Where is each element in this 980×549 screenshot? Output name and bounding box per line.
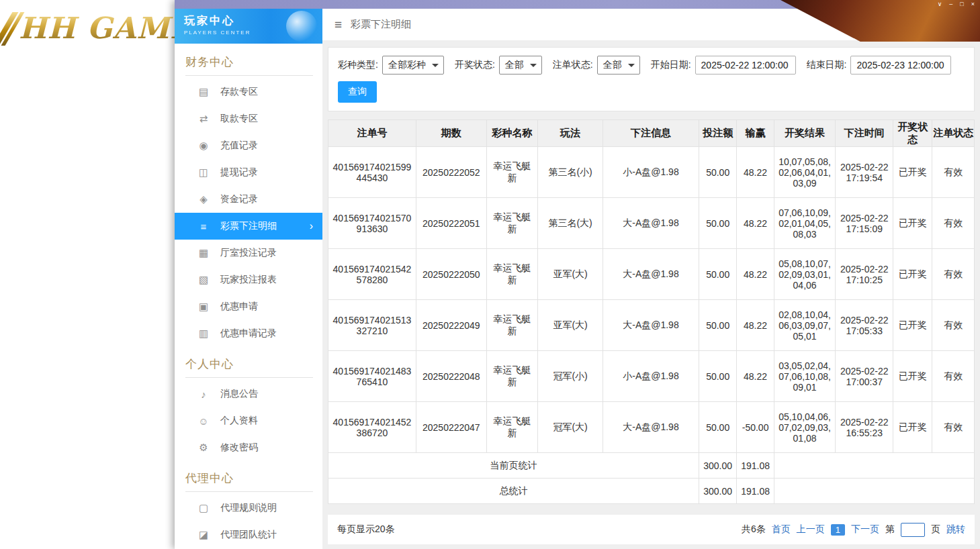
promo-apply-icon: ▣ [197,301,210,313]
pagination-bar: 每页显示20条 共6条 首页 上一页 1 下一页 第 页 跳转 [328,515,975,544]
sidebar-item[interactable]: ▢代理规则说明 [175,495,322,521]
cell-bet_info: 大-A盘@1.98 [603,249,699,300]
bets-table: 注单号期数彩种名称玩法下注信息投注额输赢开奖结果下注时间开奖状态注单状态 401… [328,119,975,504]
cell-play: 第三名(小) [538,147,603,198]
table-row: 40156917402145238672020250222047幸运飞艇新冠军(… [328,402,975,453]
minimize-icon[interactable]: – [949,1,952,7]
cell-lottery: 幸运飞艇新 [486,300,538,351]
sidebar-item[interactable]: ▦厅室投注记录 [175,240,322,266]
draw-status-select[interactable]: 全部 [499,56,542,74]
summary-winloss: 191.08 [737,453,774,479]
bell-icon: ♪ [197,389,210,400]
table-row: 40156917402151332721020250222049幸运飞艇新亚军(… [328,300,975,351]
gear-icon: ⚙ [197,442,210,454]
sidebar-item[interactable]: ▧玩家投注报表 [175,266,322,293]
cell-winloss: -50.00 [737,402,774,453]
cell-order_no: 401569174021513327210 [328,300,416,351]
next-page-link[interactable]: 下一页 [851,523,879,536]
cell-draw_status: 已开奖 [893,198,932,249]
sidebar-subtitle: PLAYERS CENTER [184,30,322,36]
sidebar-item[interactable]: ◫提现记录 [175,159,322,186]
sidebar-item[interactable]: ⚙修改密码 [175,434,322,461]
column-header: 投注额 [699,120,736,147]
cell-time: 2025-02-22 16:55:23 [836,402,893,453]
cell-winloss: 48.22 [737,147,774,198]
cell-order_no: 401569174021570913630 [328,198,416,249]
table-row: 40156917402157091363020250222051幸运飞艇新第三名… [328,198,975,249]
hamburger-icon[interactable]: ≡ [335,17,342,32]
sidebar-item[interactable]: ◪代理团队统计 [175,521,322,548]
cell-amount: 50.00 [699,402,736,453]
cell-draw_status: 已开奖 [893,147,932,198]
lottery-type-label: 彩种类型: [338,59,378,71]
column-header: 彩种名称 [486,120,538,147]
order-status-select[interactable]: 全部 [597,56,640,74]
sidebar-item[interactable]: ▣优惠申请 [175,293,322,320]
jump-link[interactable]: 跳转 [946,523,965,536]
chevron-down-icon[interactable]: ∨ [938,1,942,7]
bets-table-card: 注单号期数彩种名称玩法下注信息投注额输赢开奖结果下注时间开奖状态注单状态 401… [328,119,975,504]
window-titlebar: ∨ – □ × [175,0,980,9]
cell-order_status: 有效 [932,249,975,300]
cell-order_no: 401569174021452386720 [328,402,416,453]
sidebar-menu: 财务中心▤存款专区⇄取款专区◉充值记录◫提现记录◈资金记录≡彩票下注明细›▦厅室… [175,44,322,549]
cell-result: 10,07,05,08,02,06,04,01,03,09 [774,147,836,198]
summary-blank [774,453,974,479]
sidebar-item[interactable]: ☺个人资料 [175,407,322,434]
end-date-input[interactable] [850,56,951,74]
end-date-label: 结束日期: [807,59,847,71]
chevron-right-icon: › [310,220,313,232]
current-page-badge[interactable]: 1 [831,524,845,536]
start-date-input[interactable] [695,56,796,74]
column-header: 下注信息 [603,120,699,147]
page-jump-input[interactable] [901,523,925,537]
cell-order_no: 401569174021599445430 [328,147,416,198]
promo-record-icon: ▥ [197,328,210,340]
summary-winloss: 191.08 [737,479,774,504]
sidebar-item-label: 个人资料 [220,415,258,427]
cell-bet_info: 大-A盘@1.98 [603,402,699,453]
sidebar-item-label: 消息公告 [220,388,258,400]
cell-result: 05,08,10,07,02,09,03,01,04,06 [774,249,836,300]
sidebar-item[interactable]: ◉充值记录 [175,132,322,159]
sidebar-section-title: 个人中心 [185,356,313,378]
cell-period: 20250222049 [416,300,486,351]
cell-winloss: 48.22 [737,249,774,300]
team-icon: ◪ [197,529,210,541]
sidebar-item-label: 存款专区 [220,86,258,98]
window-controls: ∨ – □ × [938,1,975,7]
maximize-icon[interactable]: □ [960,1,963,7]
sidebar-item[interactable]: ◈资金记录 [175,186,322,213]
sidebar-item[interactable]: ▤存款专区 [175,79,322,105]
cell-result: 07,06,10,09,02,01,04,05,08,03 [774,198,836,249]
brand-logo: HH GAME [19,11,193,45]
close-icon[interactable]: × [971,1,975,7]
prev-page-link[interactable]: 上一页 [797,523,825,536]
cell-lottery: 幸运飞艇新 [486,147,538,198]
cell-bet_info: 小-A盘@1.98 [603,147,699,198]
doc-icon: ▢ [197,502,210,514]
cell-result: 05,10,04,06,07,02,09,03,01,08 [774,402,836,453]
query-button[interactable]: 查询 [338,81,377,103]
logo-flourish [0,12,18,46]
lottery-type-select[interactable]: 全部彩种 [382,56,444,74]
sidebar-item-label: 玩家投注报表 [220,274,277,286]
cell-period: 20250222050 [416,249,486,300]
sidebar-item[interactable]: ▥优惠申请记录 [175,320,322,347]
sidebar-item[interactable]: ≡彩票下注明细› [175,213,322,240]
cell-time: 2025-02-22 17:00:37 [836,351,893,402]
sidebar-item[interactable]: ♪消息公告 [175,381,322,407]
cell-result: 03,05,02,04,07,06,10,08,09,01 [774,351,836,402]
cell-play: 冠军(大) [538,402,603,453]
column-header: 注单状态 [932,120,975,147]
cell-order_status: 有效 [932,402,975,453]
sidebar-section-title: 财务中心 [185,54,313,76]
cell-winloss: 48.22 [737,198,774,249]
sidebar-item[interactable]: ⇄取款专区 [175,105,322,132]
cell-order_status: 有效 [932,147,975,198]
draw-status-label: 开奖状态: [455,59,495,71]
cell-bet_info: 大-A盘@1.98 [603,198,699,249]
column-header: 开奖结果 [774,120,836,147]
user-icon: ☺ [197,415,210,427]
first-page-link[interactable]: 首页 [772,523,791,536]
